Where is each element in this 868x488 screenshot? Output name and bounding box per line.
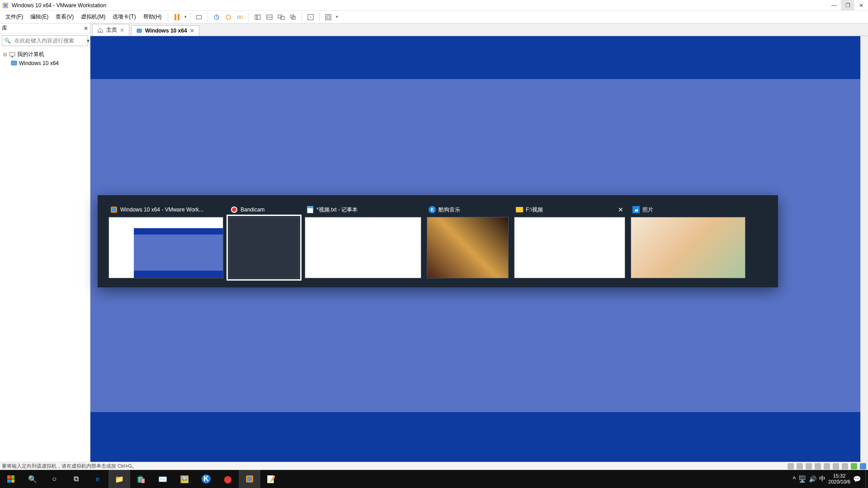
notepad-icon: 📝 — [266, 474, 276, 484]
usb-indicator-icon[interactable] — [824, 463, 830, 469]
alt-tab-close-icon[interactable]: ✕ — [618, 206, 623, 213]
tab-close-icon[interactable]: ✕ — [120, 27, 124, 33]
snapshot-revert-button[interactable] — [223, 12, 233, 22]
alt-tab-header: F:\视频✕ — [513, 203, 626, 216]
start-button[interactable] — [0, 470, 22, 488]
vm-tab-icon — [136, 28, 142, 34]
status-hint: 要将输入定向到该虚拟机，请在虚拟机内部单击或按 Ctrl+G。 — [2, 463, 137, 469]
vmware-icon — [2, 2, 9, 9]
svg-rect-18 — [9, 52, 15, 56]
search-button[interactable]: 🔍 — [22, 470, 43, 488]
taskbar-explorer[interactable]: 📁 — [108, 470, 130, 488]
stretch-dropdown-icon[interactable]: ▼ — [335, 15, 339, 19]
ime-indicator[interactable]: 中 — [819, 475, 826, 483]
display-indicator-icon[interactable] — [860, 463, 866, 469]
alt-tab-item[interactable]: F:\视频✕ — [513, 203, 626, 279]
menu-edit[interactable]: 编辑(E) — [27, 11, 52, 23]
alt-tab-thumbnail — [229, 217, 299, 278]
sidebar-search[interactable]: 🔍 ▼ — [2, 35, 88, 46]
alt-tab-item[interactable]: Bandicam — [228, 203, 300, 279]
cortana-button[interactable]: ○ — [43, 470, 65, 488]
menu-file[interactable]: 文件(F) — [2, 11, 27, 23]
alt-tab-header: Windows 10 x64 - VMware Work... — [108, 203, 224, 216]
clock[interactable]: 15:32 2020/10/6 — [828, 473, 850, 485]
window-controls: — ❐ ✕ — [827, 0, 868, 11]
taskbar-kugou[interactable]: K — [195, 470, 217, 488]
pause-button[interactable] — [172, 12, 182, 22]
fullscreen-button[interactable] — [306, 12, 316, 22]
menu-vm[interactable]: 虚拟机(M) — [77, 11, 109, 23]
snapshot-manager-button[interactable] — [235, 12, 245, 22]
menu-tabs[interactable]: 选项卡(T) — [109, 11, 139, 23]
taskbar-edge[interactable]: ｅ — [87, 470, 108, 488]
alt-tab-item[interactable]: *视频.txt - 记事本 — [304, 203, 422, 279]
send-ctrl-alt-del-button[interactable] — [194, 12, 204, 22]
volume-icon[interactable]: 🔊 — [809, 475, 816, 483]
network-icon[interactable]: 🖥️ — [798, 475, 806, 483]
sidebar-header: 库 ✕ — [0, 23, 90, 33]
maximize-button[interactable]: ❐ — [841, 0, 854, 11]
search-input[interactable] — [13, 36, 84, 46]
taskbar-mail[interactable]: ✉️ — [152, 470, 174, 488]
tree-item-label: Windows 10 x64 — [19, 60, 59, 66]
taskbar-store[interactable]: 🛍️ — [130, 470, 152, 488]
vm-tree: ⊟ 我的计算机 Windows 10 x64 — [0, 48, 90, 69]
multi-monitor-button[interactable] — [276, 12, 286, 22]
alt-tab-item[interactable]: K酷狗音乐 — [426, 203, 509, 279]
store-icon: 🛍️ — [136, 474, 146, 484]
taskbar-bandicam[interactable]: ⬤ — [217, 470, 239, 488]
show-desktop-button[interactable] — [865, 470, 868, 488]
tab-vm[interactable]: Windows 10 x64 ✕ — [131, 25, 199, 36]
statusbar: 要将输入定向到该虚拟机，请在虚拟机内部单击或按 Ctrl+G。 — [0, 462, 868, 470]
clock-time: 15:32 — [828, 473, 850, 479]
mail-icon: ✉️ — [158, 474, 168, 484]
tray-chevron-icon[interactable]: ^ — [793, 475, 796, 483]
thumbnail-view-button[interactable] — [264, 12, 274, 22]
tree-collapse-icon[interactable]: ⊟ — [3, 52, 7, 57]
svg-point-6 — [237, 16, 240, 19]
alt-tab-thumbnail — [108, 217, 223, 278]
notifications-icon[interactable]: 💬 — [853, 475, 861, 483]
menu-view[interactable]: 查看(V) — [52, 11, 77, 23]
vmtools-indicator-icon[interactable] — [851, 463, 857, 469]
taskbar-photos[interactable]: 🖼️ — [174, 470, 195, 488]
svg-rect-20 — [11, 61, 17, 65]
alt-tab-title: *视频.txt - 记事本 — [316, 206, 420, 214]
sidebar-close-button[interactable]: ✕ — [84, 25, 88, 32]
cd-indicator-icon[interactable] — [797, 463, 803, 469]
tree-root[interactable]: ⊟ 我的计算机 — [3, 50, 87, 59]
floppy-indicator-icon[interactable] — [806, 463, 812, 469]
tab-home[interactable]: 主页 ✕ — [92, 24, 129, 36]
snapshot-button[interactable] — [212, 12, 222, 22]
show-library-button[interactable] — [253, 12, 263, 22]
tab-close-icon[interactable]: ✕ — [190, 28, 194, 34]
minimize-button[interactable]: — — [827, 0, 841, 11]
app-icon — [632, 206, 640, 213]
svg-rect-19 — [11, 56, 13, 57]
power-dropdown-icon[interactable]: ▼ — [184, 15, 187, 19]
windows-icon — [7, 475, 14, 483]
menu-help[interactable]: 帮助(H) — [140, 11, 165, 23]
close-button[interactable]: ✕ — [854, 0, 868, 11]
scrollbar[interactable] — [860, 36, 868, 462]
stretch-button[interactable] — [323, 12, 333, 22]
alt-tab-title: Windows 10 x64 - VMware Work... — [120, 206, 222, 213]
svg-rect-3 — [196, 15, 202, 19]
taskbar-vmware[interactable] — [239, 470, 260, 488]
tab-vm-label: Windows 10 x64 — [145, 28, 187, 34]
hdd-indicator-icon[interactable] — [788, 463, 794, 469]
vm-device-indicators — [788, 463, 866, 469]
task-view-button[interactable]: ⧉ — [65, 470, 87, 488]
search-icon: 🔍 — [28, 474, 38, 484]
alt-tab-item[interactable]: 照片 — [630, 203, 746, 279]
system-tray: ^ 🖥️ 🔊 中 15:32 2020/10/6 💬 — [788, 473, 865, 485]
tree-item-vm[interactable]: Windows 10 x64 — [3, 59, 87, 67]
taskbar-notepad[interactable]: 📝 — [260, 470, 282, 488]
unity-button[interactable] — [288, 12, 298, 22]
app-icon — [231, 206, 238, 213]
sound-indicator-icon[interactable] — [833, 463, 839, 469]
network-indicator-icon[interactable] — [815, 463, 821, 469]
alt-tab-item[interactable]: Windows 10 x64 - VMware Work... — [108, 203, 224, 279]
printer-indicator-icon[interactable] — [842, 463, 848, 469]
alt-tab-switcher[interactable]: Windows 10 x64 - VMware Work...Bandicam*… — [98, 195, 778, 287]
